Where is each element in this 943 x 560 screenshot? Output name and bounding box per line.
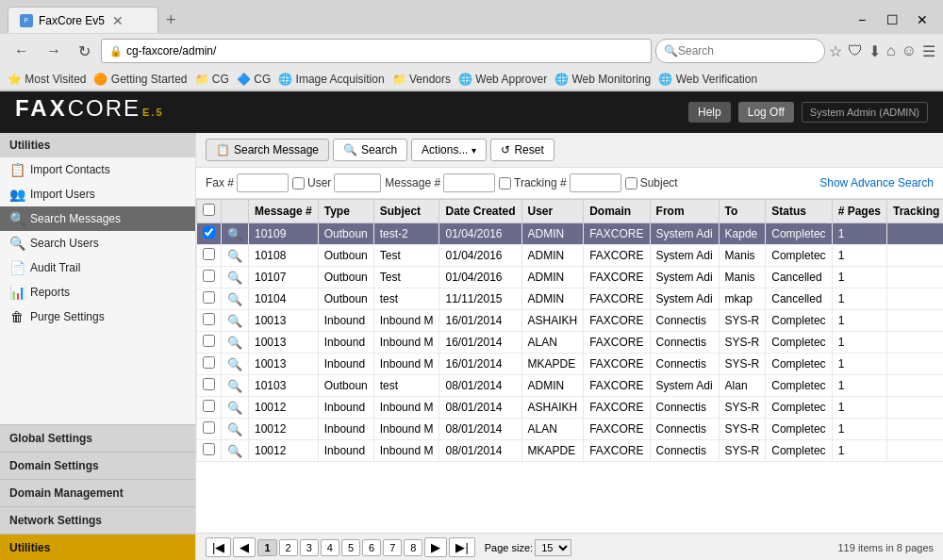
page-1-button[interactable]: 1 <box>257 539 276 556</box>
row-checkbox-cell[interactable] <box>197 440 222 462</box>
row-checkbox[interactable] <box>203 248 215 260</box>
table-row[interactable]: 🔍 10013 Inbound Inbound M 16/01/2014 ASH… <box>197 310 944 332</box>
view-message-icon[interactable]: 🔍 <box>227 357 242 371</box>
bookmark-web-verification[interactable]: 🌐 Web Verification <box>658 73 757 86</box>
table-row[interactable]: 🔍 10012 Inbound Inbound M 08/01/2014 ASH… <box>197 397 944 419</box>
col-status[interactable]: Status <box>766 200 832 223</box>
sidebar-item-search-users[interactable]: 🔍 Search Users <box>0 231 195 255</box>
row-checkbox[interactable] <box>203 378 215 390</box>
page-4-button[interactable]: 4 <box>321 539 339 556</box>
user-input[interactable] <box>334 173 381 192</box>
shield-icon[interactable]: 🛡 <box>848 42 863 59</box>
first-page-button[interactable]: |◀ <box>206 537 231 557</box>
row-view-icon-cell[interactable]: 🔍 <box>222 223 249 245</box>
fax-input[interactable] <box>237 173 289 192</box>
bookmark-most-visited[interactable]: ⭐ Most Visited <box>8 73 86 86</box>
maximize-button[interactable]: ☐ <box>879 9 905 30</box>
row-view-icon-cell[interactable]: 🔍 <box>222 397 249 419</box>
col-domain[interactable]: Domain <box>584 200 650 223</box>
tracking-input[interactable] <box>570 173 621 192</box>
actions-dropdown-button[interactable]: Actions... ▾ <box>411 139 487 161</box>
view-message-icon[interactable]: 🔍 <box>227 314 242 328</box>
bookmark-cg-2[interactable]: 🔷 CG <box>237 73 271 86</box>
bookmark-vendors[interactable]: 📁 Vendors <box>392 73 451 86</box>
nav-global-settings[interactable]: Global Settings <box>0 424 195 452</box>
row-checkbox-cell[interactable] <box>197 332 222 354</box>
view-message-icon[interactable]: 🔍 <box>227 249 242 263</box>
table-row[interactable]: 🔍 10013 Inbound Inbound M 16/01/2014 ALA… <box>197 332 944 354</box>
table-row[interactable]: 🔍 10012 Inbound Inbound M 08/01/2014 ALA… <box>197 419 944 440</box>
view-message-icon[interactable]: 🔍 <box>227 379 242 393</box>
logout-button[interactable]: Log Off <box>738 102 794 123</box>
row-checkbox-cell[interactable] <box>197 223 222 245</box>
sidebar-item-audit-trail[interactable]: 📄 Audit Trail <box>0 255 195 280</box>
row-checkbox-cell[interactable] <box>197 397 222 419</box>
view-message-icon[interactable]: 🔍 <box>227 422 242 436</box>
view-message-icon[interactable]: 🔍 <box>227 227 242 241</box>
page-6-button[interactable]: 6 <box>362 539 381 556</box>
row-checkbox-cell[interactable] <box>197 288 222 310</box>
browser-search-input[interactable] <box>678 44 791 58</box>
address-input[interactable] <box>126 44 643 58</box>
row-checkbox[interactable] <box>203 291 215 304</box>
forward-button[interactable]: → <box>40 40 68 62</box>
download-icon[interactable]: ⬇ <box>869 42 881 60</box>
col-type[interactable]: Type <box>318 200 373 223</box>
row-checkbox[interactable] <box>203 335 215 347</box>
view-message-icon[interactable]: 🔍 <box>227 336 242 350</box>
view-message-icon[interactable]: 🔍 <box>227 271 242 285</box>
subject-checkbox[interactable] <box>625 177 637 189</box>
page-3-button[interactable]: 3 <box>300 539 319 556</box>
col-pages[interactable]: # Pages <box>832 200 886 223</box>
home-icon[interactable]: ⌂ <box>886 42 896 59</box>
col-message-num[interactable]: Message # <box>249 200 319 223</box>
row-checkbox-cell[interactable] <box>197 375 222 397</box>
row-view-icon-cell[interactable]: 🔍 <box>222 288 249 310</box>
sidebar-item-search-messages[interactable]: 🔍 Search Messages <box>0 206 195 231</box>
next-page-button[interactable]: ▶ <box>424 537 447 557</box>
col-date-created[interactable]: Date Created <box>439 200 521 223</box>
table-row[interactable]: 🔍 10013 Inbound Inbound M 16/01/2014 MKA… <box>197 354 944 375</box>
table-row[interactable]: 🔍 10012 Inbound Inbound M 08/01/2014 MKA… <box>197 440 944 462</box>
menu-icon[interactable]: ☰ <box>922 42 935 60</box>
refresh-button[interactable]: ↻ <box>72 40 97 63</box>
user-checkbox[interactable] <box>292 177 305 189</box>
row-view-icon-cell[interactable]: 🔍 <box>222 245 249 267</box>
nav-domain-management[interactable]: Domain Management <box>0 479 195 506</box>
reset-button[interactable]: ↺ Reset <box>490 139 554 161</box>
new-tab-button[interactable]: + <box>162 10 180 30</box>
row-checkbox[interactable] <box>203 421 215 434</box>
back-button[interactable]: ← <box>8 40 36 62</box>
row-checkbox[interactable] <box>203 270 215 282</box>
minimize-button[interactable]: − <box>849 9 875 30</box>
tab-close-button[interactable]: ✕ <box>112 13 124 28</box>
row-view-icon-cell[interactable]: 🔍 <box>222 267 249 288</box>
view-message-icon[interactable]: 🔍 <box>227 444 242 458</box>
bookmark-getting-started[interactable]: 🟠 Getting Started <box>93 73 187 86</box>
sidebar-utilities-title[interactable]: Utilities <box>0 133 195 157</box>
bookmark-web-monitoring[interactable]: 🌐 Web Monitoring <box>554 73 651 86</box>
table-row[interactable]: 🔍 10104 Outboun test 11/11/2015 ADMIN FA… <box>197 288 944 310</box>
view-message-icon[interactable]: 🔍 <box>227 292 242 306</box>
page-5-button[interactable]: 5 <box>341 539 360 556</box>
bookmark-cg-1[interactable]: 📁 CG <box>195 73 229 86</box>
star-icon[interactable]: ☆ <box>829 42 842 60</box>
select-all-checkbox[interactable] <box>203 204 215 216</box>
row-checkbox-cell[interactable] <box>197 419 222 440</box>
row-view-icon-cell[interactable]: 🔍 <box>222 354 249 375</box>
message-input[interactable] <box>443 173 495 192</box>
col-subject[interactable]: Subject <box>373 200 439 223</box>
table-row[interactable]: 🔍 10109 Outboun test-2 01/04/2016 ADMIN … <box>197 223 944 245</box>
tracking-checkbox[interactable] <box>499 177 511 189</box>
row-checkbox[interactable] <box>203 226 215 239</box>
table-row[interactable]: 🔍 10103 Outboun test 08/01/2014 ADMIN FA… <box>197 375 944 397</box>
row-checkbox-cell[interactable] <box>197 354 222 375</box>
select-all-header[interactable] <box>197 200 222 223</box>
row-checkbox[interactable] <box>203 356 215 369</box>
row-checkbox-cell[interactable] <box>197 267 222 288</box>
row-checkbox[interactable] <box>203 400 215 412</box>
page-8-button[interactable]: 8 <box>404 539 422 556</box>
view-message-icon[interactable]: 🔍 <box>227 401 242 415</box>
page-2-button[interactable]: 2 <box>279 539 298 556</box>
nav-domain-settings[interactable]: Domain Settings <box>0 452 195 479</box>
